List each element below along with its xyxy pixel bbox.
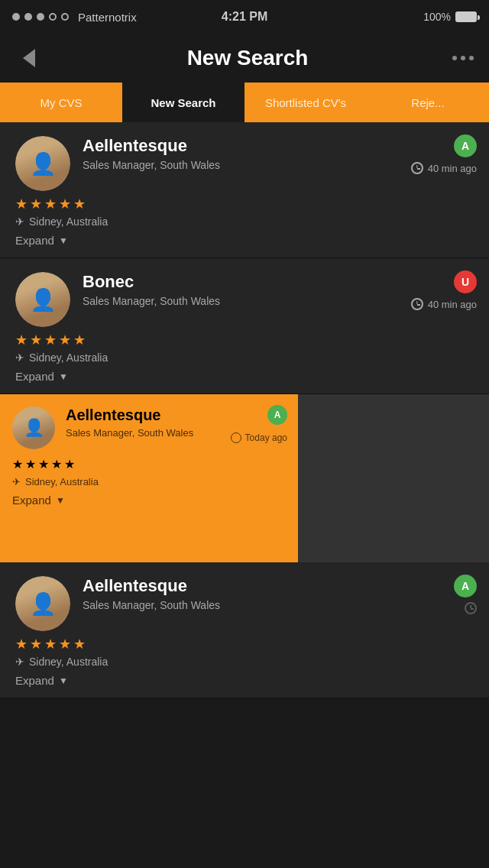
card-shadow: [275, 394, 489, 562]
card-4-avatar: 👤: [15, 576, 70, 631]
card-3-stars: ★ ★ ★ ★ ★: [12, 457, 286, 471]
card-2-location: ✈ Sidney, Australia: [15, 351, 474, 364]
dot2: [24, 13, 32, 21]
expand-label-1: Expand: [15, 234, 54, 247]
status-time: 4:21 PM: [222, 10, 267, 24]
card-4-badge: A: [454, 575, 477, 598]
card-4: 👤 Aellentesque Sales Manager, South Wale…: [0, 562, 489, 698]
expand-arrow-2: ▼: [59, 371, 68, 382]
avatar-face-4: 👤: [15, 576, 70, 631]
avatar-face-1: 👤: [15, 136, 70, 191]
card-4-meta: [465, 602, 477, 614]
card-2-name: Bonec: [83, 272, 474, 292]
card-3-location: ✈ Sidney, Australia: [12, 476, 286, 487]
card-2-badge: U: [454, 270, 477, 293]
clock-icon-1: [411, 162, 423, 174]
status-right: 100%: [423, 11, 477, 23]
dot1: [12, 13, 20, 21]
back-button[interactable]: [15, 44, 43, 72]
card-1-time: 40 min ago: [428, 163, 477, 174]
card-1: 👤 Aellentesque Sales Manager, South Wale…: [0, 122, 489, 258]
card-2-time: 40 min ago: [428, 299, 477, 310]
battery-text: 100%: [423, 11, 451, 23]
more-dot1: [452, 56, 457, 60]
card-3-expand[interactable]: Expand ▼: [12, 494, 286, 507]
tab-shortlisted[interactable]: Shortlisted CV's: [244, 83, 367, 122]
tab-bar: My CVS New Search Shortlisted CV's Reje.…: [0, 83, 489, 122]
card-3-orange: 👤 Aellentesque Sales Manager, South Wale…: [0, 394, 298, 562]
card-4-subtitle: Sales Manager, South Wales: [83, 599, 474, 611]
card-4-name: Aellentesque: [83, 576, 474, 596]
card-1-expand[interactable]: Expand ▼: [15, 234, 474, 247]
card-3-name: Aellentesque: [66, 406, 286, 424]
card-4-header: 👤 Aellentesque Sales Manager, South Wale…: [15, 576, 474, 631]
tab-new-search[interactable]: New Search: [122, 83, 244, 122]
card-1-header: 👤 Aellentesque Sales Manager, South Wale…: [15, 136, 474, 191]
clock-icon-2: [411, 298, 423, 310]
card-2: 👤 Bonec Sales Manager, South Wales U 40 …: [0, 258, 489, 394]
more-button[interactable]: [452, 56, 474, 60]
location-icon-2: ✈: [15, 351, 24, 364]
card-1-location: ✈ Sidney, Australia: [15, 215, 474, 228]
avatar-face-2: 👤: [15, 272, 70, 327]
card-2-header: 👤 Bonec Sales Manager, South Wales: [15, 272, 474, 327]
card-1-meta: 40 min ago: [411, 162, 477, 174]
card-2-stars: ★ ★ ★ ★ ★: [15, 333, 474, 347]
card-2-expand[interactable]: Expand ▼: [15, 370, 474, 383]
card-3-time: Today ago: [245, 432, 287, 443]
card-2-meta: 40 min ago: [411, 298, 477, 310]
expand-label-3: Expand: [12, 494, 51, 507]
card-4-info: Aellentesque Sales Manager, South Wales: [83, 576, 474, 616]
location-icon-3: ✈: [12, 476, 21, 487]
card-1-stars: ★ ★ ★ ★ ★: [15, 197, 474, 211]
location-icon-4: ✈: [15, 656, 24, 668]
card-1-avatar: 👤: [15, 136, 70, 191]
card-4-location: ✈ Sidney, Australia: [15, 656, 474, 668]
dot5: [61, 13, 69, 21]
back-icon: [23, 49, 35, 67]
dot3: [37, 13, 44, 21]
card-2-avatar: 👤: [15, 272, 70, 327]
expand-arrow-4: ▼: [59, 675, 68, 686]
more-dot3: [469, 56, 474, 60]
card-4-expand[interactable]: Expand ▼: [15, 674, 474, 687]
more-dot2: [461, 56, 465, 60]
expand-arrow-3: ▼: [56, 495, 65, 506]
nav-bar: New Search: [0, 34, 489, 83]
swipe-section: 👤 Aellentesque Sales Manager, South Wale…: [0, 394, 489, 562]
tab-my-cvs[interactable]: My CVS: [0, 83, 122, 122]
page-title: New Search: [187, 46, 309, 70]
card-1-badge: A: [454, 134, 477, 157]
clock-icon-3: [231, 432, 241, 443]
expand-label-2: Expand: [15, 370, 54, 383]
battery-icon: [455, 11, 477, 22]
dot4: [49, 13, 57, 21]
card-3-badge: A: [267, 405, 287, 425]
card-3-avatar: 👤: [12, 406, 55, 449]
card-3-meta: Today ago: [231, 432, 287, 443]
card-1-name: Aellentesque: [83, 136, 474, 156]
tab-rejected[interactable]: Reje...: [367, 83, 489, 122]
status-bar: Patternotrix 4:21 PM 100%: [0, 0, 489, 34]
app-name: Patternotrix: [78, 11, 137, 24]
expand-label-4: Expand: [15, 674, 54, 687]
status-left: Patternotrix: [12, 11, 137, 24]
card-4-stars: ★ ★ ★ ★ ★: [15, 637, 474, 651]
location-icon-1: ✈: [15, 215, 24, 228]
clock-icon-4: [465, 602, 477, 614]
expand-arrow-1: ▼: [59, 235, 68, 246]
